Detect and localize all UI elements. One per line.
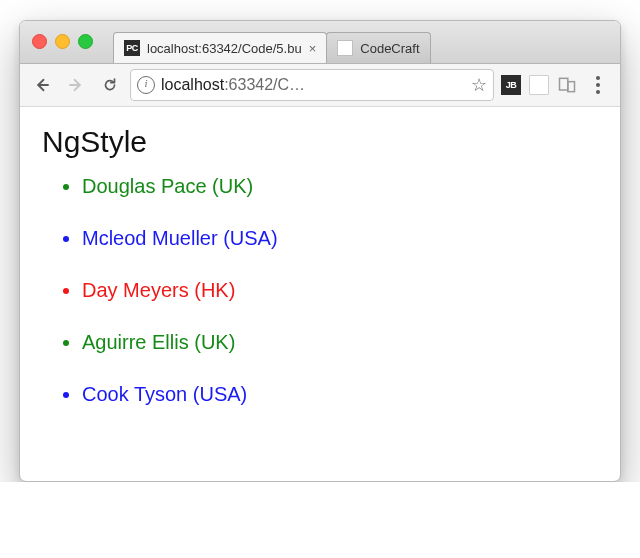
list-item: Day Meyers (HK) <box>82 277 598 303</box>
tab-close-icon[interactable]: × <box>309 42 317 55</box>
reload-button[interactable] <box>96 71 124 99</box>
kebab-menu-icon <box>592 76 604 94</box>
extension-placeholder[interactable] <box>528 74 550 96</box>
list-item: Mcleod Mueller (USA) <box>82 225 598 251</box>
page-heading: NgStyle <box>42 125 598 159</box>
tab-localhost[interactable]: PC localhost:63342/Code/5.bu × <box>113 32 327 63</box>
list-item: Douglas Pace (UK) <box>82 173 598 199</box>
browser-window: PC localhost:63342/Code/5.bu × CodeCraft <box>19 20 621 482</box>
blank-extension-icon <box>529 75 549 95</box>
svg-rect-2 <box>560 78 568 90</box>
tab-strip: PC localhost:63342/Code/5.bu × CodeCraft <box>113 21 612 63</box>
browser-menu-button[interactable] <box>584 71 612 99</box>
reload-icon <box>101 76 119 94</box>
tab-title: localhost:63342/Code/5.bu <box>147 41 302 56</box>
devtools-icon <box>557 75 577 95</box>
list-item: Cook Tyson (USA) <box>82 381 598 407</box>
titlebar: PC localhost:63342/Code/5.bu × CodeCraft <box>20 21 620 64</box>
window-minimize-button[interactable] <box>55 34 70 49</box>
toolbar: i localhost:63342/C… ☆ JB <box>20 64 620 107</box>
jetbrains-icon: JB <box>501 75 521 95</box>
tab-title: CodeCraft <box>360 41 419 56</box>
favicon-pycharm-icon: PC <box>124 40 140 56</box>
page-content: NgStyle Douglas Pace (UK)Mcleod Mueller … <box>20 107 620 481</box>
extension-devtools[interactable] <box>556 74 578 96</box>
forward-button[interactable] <box>62 71 90 99</box>
window-controls <box>32 34 93 49</box>
bookmark-star-icon[interactable]: ☆ <box>471 74 487 96</box>
back-button[interactable] <box>28 71 56 99</box>
window-maximize-button[interactable] <box>78 34 93 49</box>
url-path: :63342/C… <box>224 76 305 93</box>
list-item: Aguirre Ellis (UK) <box>82 329 598 355</box>
favicon-blank-icon <box>337 40 353 56</box>
window-close-button[interactable] <box>32 34 47 49</box>
arrow-left-icon <box>33 76 51 94</box>
svg-rect-3 <box>568 82 575 92</box>
url-host: localhost <box>161 76 224 93</box>
arrow-right-icon <box>67 76 85 94</box>
site-info-icon[interactable]: i <box>137 76 155 94</box>
address-bar[interactable]: i localhost:63342/C… ☆ <box>130 69 494 101</box>
people-list: Douglas Pace (UK)Mcleod Mueller (USA)Day… <box>42 173 598 407</box>
url-text: localhost:63342/C… <box>161 76 465 94</box>
extension-jetbrains[interactable]: JB <box>500 74 522 96</box>
tab-codecraft[interactable]: CodeCraft <box>326 32 430 63</box>
